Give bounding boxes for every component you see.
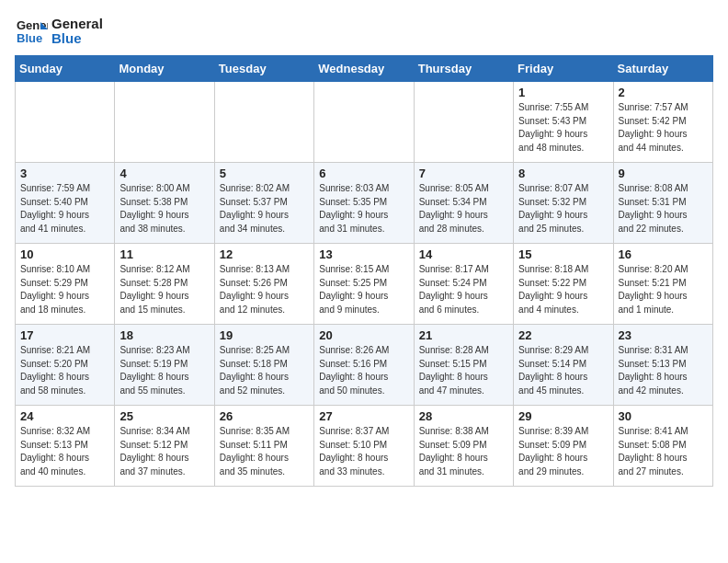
day-cell: 4Sunrise: 8:00 AM Sunset: 5:38 PM Daylig…: [115, 163, 214, 244]
day-info: Sunrise: 8:34 AM Sunset: 5:12 PM Dayligh…: [119, 425, 209, 478]
day-number: 27: [319, 409, 408, 423]
day-number: 5: [220, 167, 309, 180]
col-header-sunday: Sunday: [16, 56, 115, 82]
day-info: Sunrise: 8:15 AM Sunset: 5:25 PM Dayligh…: [319, 263, 408, 316]
day-cell: 11Sunrise: 8:12 AM Sunset: 5:28 PM Dayli…: [115, 244, 214, 325]
day-number: 25: [119, 409, 209, 423]
day-number: 21: [419, 328, 508, 342]
day-info: Sunrise: 8:25 AM Sunset: 5:18 PM Dayligh…: [220, 344, 309, 397]
day-cell: 26Sunrise: 8:35 AM Sunset: 5:11 PM Dayli…: [214, 406, 313, 487]
day-info: Sunrise: 8:26 AM Sunset: 5:16 PM Dayligh…: [319, 344, 408, 397]
day-cell: 17Sunrise: 8:21 AM Sunset: 5:20 PM Dayli…: [16, 325, 115, 406]
day-number: 13: [319, 247, 408, 261]
day-cell: 28Sunrise: 8:38 AM Sunset: 5:09 PM Dayli…: [414, 406, 513, 487]
day-cell: 23Sunrise: 8:31 AM Sunset: 5:13 PM Dayli…: [613, 325, 712, 406]
page-header: General Blue General Blue: [15, 15, 713, 48]
calendar-table: SundayMondayTuesdayWednesdayThursdayFrid…: [15, 55, 713, 487]
day-cell: 24Sunrise: 8:32 AM Sunset: 5:13 PM Dayli…: [16, 406, 115, 487]
day-number: 26: [220, 409, 309, 423]
day-number: 15: [518, 247, 608, 261]
day-cell: 9Sunrise: 8:08 AM Sunset: 5:31 PM Daylig…: [613, 163, 712, 244]
logo-general: General: [51, 17, 103, 32]
day-info: Sunrise: 8:02 AM Sunset: 5:37 PM Dayligh…: [220, 182, 309, 236]
day-cell: [414, 82, 513, 163]
logo-blue: Blue: [51, 31, 103, 47]
day-cell: 21Sunrise: 8:28 AM Sunset: 5:15 PM Dayli…: [414, 325, 513, 406]
day-cell: 12Sunrise: 8:13 AM Sunset: 5:26 PM Dayli…: [214, 244, 313, 325]
day-info: Sunrise: 8:13 AM Sunset: 5:26 PM Dayligh…: [220, 263, 309, 316]
col-header-thursday: Thursday: [414, 56, 513, 82]
day-cell: 3Sunrise: 7:59 AM Sunset: 5:40 PM Daylig…: [16, 163, 115, 244]
day-number: 6: [319, 167, 408, 180]
day-info: Sunrise: 8:05 AM Sunset: 5:34 PM Dayligh…: [419, 182, 508, 236]
day-number: 18: [119, 328, 209, 342]
day-info: Sunrise: 8:03 AM Sunset: 5:35 PM Dayligh…: [319, 182, 408, 236]
day-info: Sunrise: 8:07 AM Sunset: 5:32 PM Dayligh…: [518, 182, 608, 236]
day-number: 29: [518, 409, 608, 423]
logo: General Blue General Blue: [15, 15, 103, 48]
day-cell: [16, 82, 115, 163]
day-cell: 10Sunrise: 8:10 AM Sunset: 5:29 PM Dayli…: [16, 244, 115, 325]
week-row-4: 17Sunrise: 8:21 AM Sunset: 5:20 PM Dayli…: [16, 325, 713, 406]
logo-icon: General Blue: [15, 15, 48, 48]
day-number: 16: [619, 247, 708, 261]
day-number: 30: [619, 409, 708, 423]
day-cell: 22Sunrise: 8:29 AM Sunset: 5:14 PM Dayli…: [514, 325, 613, 406]
day-number: 12: [220, 247, 309, 261]
day-info: Sunrise: 8:39 AM Sunset: 5:09 PM Dayligh…: [518, 425, 608, 478]
day-info: Sunrise: 8:17 AM Sunset: 5:24 PM Dayligh…: [419, 263, 508, 316]
day-info: Sunrise: 8:10 AM Sunset: 5:29 PM Dayligh…: [20, 263, 109, 316]
day-number: 4: [119, 167, 209, 180]
day-cell: 1Sunrise: 7:55 AM Sunset: 5:43 PM Daylig…: [514, 82, 613, 163]
day-number: 24: [20, 409, 109, 423]
svg-text:Blue: Blue: [17, 31, 42, 45]
day-number: 3: [20, 167, 109, 180]
day-info: Sunrise: 7:55 AM Sunset: 5:43 PM Dayligh…: [518, 101, 608, 155]
day-info: Sunrise: 8:12 AM Sunset: 5:28 PM Dayligh…: [119, 263, 209, 316]
day-cell: 18Sunrise: 8:23 AM Sunset: 5:19 PM Dayli…: [115, 325, 214, 406]
day-info: Sunrise: 8:28 AM Sunset: 5:15 PM Dayligh…: [419, 344, 508, 397]
day-info: Sunrise: 8:32 AM Sunset: 5:13 PM Dayligh…: [20, 425, 109, 478]
day-info: Sunrise: 8:41 AM Sunset: 5:08 PM Dayligh…: [619, 425, 708, 478]
day-cell: 27Sunrise: 8:37 AM Sunset: 5:10 PM Dayli…: [314, 406, 414, 487]
week-row-5: 24Sunrise: 8:32 AM Sunset: 5:13 PM Dayli…: [16, 406, 713, 487]
day-cell: 14Sunrise: 8:17 AM Sunset: 5:24 PM Dayli…: [414, 244, 513, 325]
day-cell: 25Sunrise: 8:34 AM Sunset: 5:12 PM Dayli…: [115, 406, 214, 487]
day-cell: 29Sunrise: 8:39 AM Sunset: 5:09 PM Dayli…: [514, 406, 613, 487]
day-cell: 30Sunrise: 8:41 AM Sunset: 5:08 PM Dayli…: [613, 406, 712, 487]
day-cell: 7Sunrise: 8:05 AM Sunset: 5:34 PM Daylig…: [414, 163, 513, 244]
day-info: Sunrise: 8:18 AM Sunset: 5:22 PM Dayligh…: [518, 263, 608, 316]
col-header-tuesday: Tuesday: [214, 56, 313, 82]
day-number: 7: [419, 167, 508, 180]
day-number: 19: [220, 328, 309, 342]
day-info: Sunrise: 8:23 AM Sunset: 5:19 PM Dayligh…: [119, 344, 209, 397]
day-info: Sunrise: 8:29 AM Sunset: 5:14 PM Dayligh…: [518, 344, 608, 397]
week-row-2: 3Sunrise: 7:59 AM Sunset: 5:40 PM Daylig…: [16, 163, 713, 244]
day-info: Sunrise: 8:35 AM Sunset: 5:11 PM Dayligh…: [220, 425, 309, 478]
day-cell: 20Sunrise: 8:26 AM Sunset: 5:16 PM Dayli…: [314, 325, 414, 406]
col-header-monday: Monday: [115, 56, 214, 82]
day-info: Sunrise: 8:38 AM Sunset: 5:09 PM Dayligh…: [419, 425, 508, 478]
day-cell: 19Sunrise: 8:25 AM Sunset: 5:18 PM Dayli…: [214, 325, 313, 406]
day-cell: 5Sunrise: 8:02 AM Sunset: 5:37 PM Daylig…: [214, 163, 313, 244]
day-number: 28: [419, 409, 508, 423]
day-info: Sunrise: 7:57 AM Sunset: 5:42 PM Dayligh…: [619, 101, 708, 155]
day-cell: 16Sunrise: 8:20 AM Sunset: 5:21 PM Dayli…: [613, 244, 712, 325]
day-info: Sunrise: 8:08 AM Sunset: 5:31 PM Dayligh…: [619, 182, 708, 236]
day-cell: 13Sunrise: 8:15 AM Sunset: 5:25 PM Dayli…: [314, 244, 414, 325]
week-row-1: 1Sunrise: 7:55 AM Sunset: 5:43 PM Daylig…: [16, 82, 713, 163]
day-number: 11: [119, 247, 209, 261]
day-number: 14: [419, 247, 508, 261]
day-cell: [214, 82, 313, 163]
calendar-header-row: SundayMondayTuesdayWednesdayThursdayFrid…: [16, 56, 713, 82]
col-header-saturday: Saturday: [613, 56, 712, 82]
day-info: Sunrise: 8:31 AM Sunset: 5:13 PM Dayligh…: [619, 344, 708, 397]
col-header-friday: Friday: [514, 56, 613, 82]
day-info: Sunrise: 8:37 AM Sunset: 5:10 PM Dayligh…: [319, 425, 408, 478]
day-cell: 8Sunrise: 8:07 AM Sunset: 5:32 PM Daylig…: [514, 163, 613, 244]
day-cell: 15Sunrise: 8:18 AM Sunset: 5:22 PM Dayli…: [514, 244, 613, 325]
week-row-3: 10Sunrise: 8:10 AM Sunset: 5:29 PM Dayli…: [16, 244, 713, 325]
day-info: Sunrise: 8:20 AM Sunset: 5:21 PM Dayligh…: [619, 263, 708, 316]
day-cell: 2Sunrise: 7:57 AM Sunset: 5:42 PM Daylig…: [613, 82, 712, 163]
day-number: 2: [619, 86, 708, 99]
